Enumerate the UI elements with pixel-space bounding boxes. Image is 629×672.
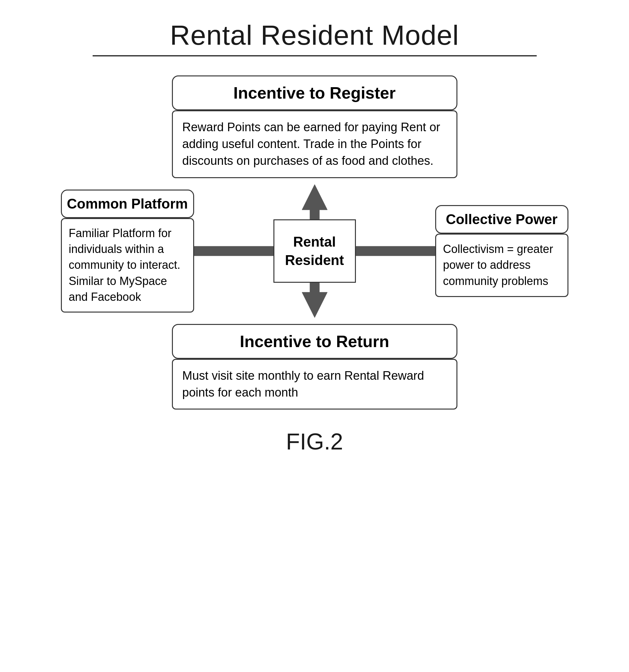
top-section: Incentive to Register Reward Points can … (61, 75, 568, 178)
diagram-container: Incentive to Register Reward Points can … (61, 75, 568, 410)
right-column: Collective Power Collectivism = greater … (432, 205, 568, 297)
center-hub: RentalResident (274, 219, 356, 283)
incentive-register-box: Incentive to Register (172, 75, 458, 110)
left-column: Common Platform Familiar Platform for in… (61, 190, 197, 313)
incentive-return-label: Incentive to Return (240, 332, 389, 351)
diagram-middle: Common Platform Familiar Platform for in… (61, 178, 568, 324)
main-title: Rental Resident Model (170, 19, 459, 51)
page: Rental Resident Model Incentive to Regis… (0, 0, 629, 672)
title-underline (93, 55, 537, 56)
collective-power-description: Collectivism = greater power to address … (435, 234, 568, 297)
collective-power-box: Collective Power (435, 205, 568, 234)
incentive-return-description: Must visit site monthly to earn Rental R… (172, 359, 458, 410)
bottom-section: Incentive to Return Must visit site mont… (61, 324, 568, 410)
incentive-register-label: Incentive to Register (233, 83, 396, 102)
fig-label: FIG.2 (286, 429, 343, 455)
collective-power-label: Collective Power (446, 211, 557, 227)
incentive-return-box: Incentive to Return (172, 324, 458, 359)
common-platform-box: Common Platform (61, 190, 194, 218)
common-platform-label: Common Platform (67, 196, 188, 212)
common-platform-description: Familiar Platform for individuals within… (61, 218, 194, 313)
incentive-register-description: Reward Points can be earned for paying R… (172, 110, 458, 178)
center-hub-label: RentalResident (285, 233, 344, 269)
